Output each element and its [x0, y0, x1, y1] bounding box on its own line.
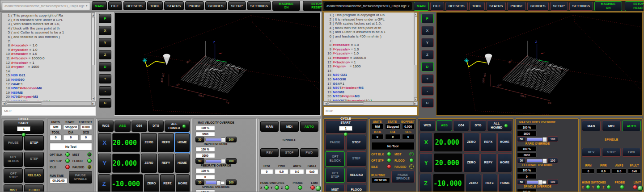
g54-button[interactable]: G54 [131, 121, 147, 132]
spindle-stop-button[interactable]: STOP [602, 148, 621, 157]
spindle-stop-button[interactable]: STOP [280, 148, 298, 157]
file-path-combo[interactable]: /home/chris/linuxcnc/nc_files/examples/3… [2, 2, 90, 10]
cycle-count-spinbox[interactable]: 1 [339, 126, 352, 131]
ref-y-button[interactable]: REFY [158, 154, 174, 173]
view-dimensions-button[interactable]: D [421, 62, 434, 71]
machine-on-button[interactable]: MACHINE ON [272, 1, 300, 11]
clear-plot-button[interactable]: C [99, 98, 111, 108]
spindle-fwd-button[interactable]: FWD [622, 148, 641, 157]
override-slider[interactable] [527, 138, 547, 141]
tab-setup[interactable]: SETUP [550, 2, 568, 11]
tab-probe[interactable]: PROBE [507, 2, 526, 11]
slider-handle[interactable] [542, 159, 547, 163]
stop-button[interactable]: STOP [346, 135, 366, 150]
mode-mdi-button[interactable]: MDI [602, 121, 621, 131]
override-slider[interactable] [527, 159, 547, 163]
vertical-scrollbar[interactable]: ▲ ▼ [414, 13, 417, 101]
tab-file[interactable]: FILE [430, 2, 444, 11]
tab-setup[interactable]: SETUP [228, 1, 246, 10]
tab-main[interactable]: MAIN [92, 1, 107, 10]
pause-spindle-button[interactable]: PAUSESPINDLE [69, 171, 92, 184]
toolpath-preview[interactable]: 95.040.0-30.0-10.0555.00.0Z [114, 12, 321, 116]
abs-button[interactable]: ABS [436, 120, 453, 131]
view-x-button[interactable]: X [421, 26, 434, 35]
override-max-button[interactable]: 100 [226, 137, 237, 142]
step-button[interactable]: STEP [24, 152, 44, 167]
all-homed-button[interactable]: ALLHOMED [487, 120, 512, 131]
slider-handle[interactable] [538, 180, 542, 185]
scroll-down-icon[interactable]: ▼ [414, 97, 417, 101]
tab-offsets[interactable]: OFFSETS [445, 2, 468, 11]
mode-man-button[interactable]: MAN [582, 121, 601, 131]
estop-reset-button[interactable]: ESTOP RESET [625, 1, 644, 11]
spindle-rev-button[interactable]: REV [260, 148, 279, 157]
mist-off-button[interactable]: MISTOFF [325, 184, 345, 192]
axis-z-button[interactable]: Z [98, 174, 110, 192]
scroll-thumb[interactable] [6, 102, 42, 104]
scroll-left-icon[interactable]: ◀ [2, 102, 6, 105]
tab-tool[interactable]: TOOL [469, 2, 485, 11]
home-y-button[interactable]: HOME [497, 153, 512, 172]
opt-stop-button[interactable]: OPTSTOP [325, 168, 345, 183]
cycle-start-button[interactable]: CYCLE START 1 [4, 121, 44, 134]
ref-x-button[interactable]: REFX [480, 133, 496, 152]
flood-off-button[interactable]: FLOODOFF [24, 184, 44, 192]
tab-file[interactable]: FILE [108, 1, 122, 10]
abs-button[interactable]: ABS [114, 121, 130, 132]
zero-x-button[interactable]: ZERO [463, 133, 479, 152]
view-p-button[interactable]: P [99, 14, 111, 23]
view-dimensions-button[interactable]: D [99, 62, 111, 71]
machine-on-button[interactable]: MACHINE ON [594, 1, 622, 11]
tray-icon[interactable] [638, 186, 643, 191]
slider-handle[interactable] [542, 137, 547, 142]
opt-block-button[interactable]: OPTBLOCK [325, 151, 345, 167]
stop-button[interactable]: STOP [24, 135, 44, 150]
tab-probe[interactable]: PROBE [185, 1, 204, 10]
tab-status[interactable]: STATUS [486, 2, 506, 11]
pause-button[interactable]: PAUSE [4, 135, 23, 150]
pause-spindle-button[interactable]: PAUSESPINDLE [391, 171, 415, 183]
tab-gcodes[interactable]: GCODES [205, 1, 227, 10]
pause-button[interactable]: PAUSE [325, 135, 345, 150]
tab-gcodes[interactable]: GCODES [527, 2, 549, 11]
zero-x-button[interactable]: ZERO [141, 133, 157, 152]
override-min-button[interactable]: 50 [195, 179, 204, 185]
home-x-button[interactable]: HOME [497, 133, 512, 152]
spindle-rev-button[interactable]: REV [582, 148, 601, 157]
scroll-up-icon[interactable]: ▲ [414, 13, 417, 16]
gcode-editor[interactable]: 1( This program is copyright of Ra2( It … [1, 12, 96, 101]
wcs-button[interactable]: WCS [98, 121, 114, 132]
horizontal-scrollbar[interactable]: ◀ ▶ [1, 101, 96, 105]
tab-status[interactable]: STATUS [164, 1, 184, 10]
override-slider[interactable] [205, 159, 225, 163]
mdi-input[interactable]: MDI: [323, 106, 418, 116]
mode-man-button[interactable]: MAN [260, 121, 279, 132]
zoom-in-button[interactable]: + [421, 74, 434, 83]
reload-button[interactable]: RELOAD [346, 168, 366, 183]
view-x-button[interactable]: X [99, 26, 111, 35]
ref-z-button[interactable]: REFZ [160, 174, 175, 192]
ref-x-button[interactable]: REFX [158, 133, 174, 152]
override-max-button[interactable]: 100 [547, 179, 558, 185]
override-min-button[interactable]: 50 [517, 158, 526, 163]
mode-auto-button[interactable]: AUTO [300, 121, 318, 132]
opt-stop-button[interactable]: OPTSTOP [4, 168, 23, 184]
cycle-start-button[interactable]: CYCLE START 1 [325, 120, 366, 134]
mist-off-button[interactable]: MISTOFF [4, 184, 23, 192]
scroll-thumb[interactable] [414, 17, 417, 65]
ref-z-button[interactable]: REFZ [482, 174, 497, 192]
axis-y-button[interactable]: Y [98, 154, 111, 173]
spindle-fwd-button[interactable]: FWD [300, 148, 318, 157]
home-z-button[interactable]: HOME [498, 174, 512, 192]
tab-settings[interactable]: SETTINGS [247, 1, 271, 10]
g54-button[interactable]: G54 [453, 120, 469, 131]
override-min-button[interactable]: 50 [517, 136, 526, 142]
reload-button[interactable]: RELOAD [24, 168, 44, 184]
gcode-editor[interactable]: 1( This program is copyright of Ra2( It … [323, 12, 418, 101]
slider-handle[interactable] [216, 180, 221, 185]
dtg-button[interactable]: DTG [470, 120, 486, 131]
override-min-button[interactable]: 50 [517, 179, 526, 185]
zero-y-button[interactable]: ZERO [141, 154, 157, 173]
axis-z-button[interactable]: Z [419, 174, 432, 192]
scroll-thumb[interactable] [328, 102, 364, 104]
